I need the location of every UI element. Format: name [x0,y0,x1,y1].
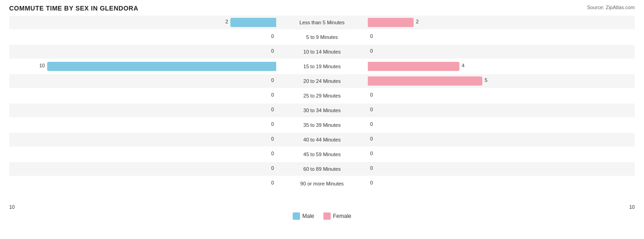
title-row: COMMUTE TIME BY SEX IN GLENDORA Source: … [9,5,635,12]
chart-row: 40 to 44 Minutes00 [9,133,635,147]
chart-row: 10 to 14 Minutes00 [9,45,635,59]
chart-row: 20 to 24 Minutes05 [9,74,635,88]
chart-row: 25 to 29 Minutes00 [9,89,635,103]
row-label: 35 to 39 Minutes [276,122,368,128]
male-value: 0 [271,165,274,171]
male-bar [47,62,276,71]
male-value: 0 [271,48,274,54]
female-value: 0 [370,92,373,98]
chart-row: 45 to 59 Minutes00 [9,147,635,161]
row-label: 40 to 44 Minutes [276,137,368,142]
legend-female: Female [323,212,351,220]
row-label: 60 to 89 Minutes [276,166,368,172]
male-value: 0 [271,92,274,98]
chart-row: 5 to 9 Minutes00 [9,30,635,44]
legend-male: Male [293,212,314,220]
male-value: 0 [271,151,274,156]
female-value: 0 [370,33,373,39]
female-value: 0 [370,165,373,171]
female-value: 0 [370,180,373,185]
male-value: 2 [225,19,228,24]
axis-labels: 10 10 [9,204,635,210]
chart-row: 30 to 34 Minutes00 [9,103,635,117]
source-text: Source: ZipAtlas.com [587,5,635,10]
female-label: Female [333,213,351,219]
row-label: 10 to 14 Minutes [276,49,368,54]
row-label: Less than 5 Minutes [276,20,368,25]
female-value: 2 [416,19,419,24]
male-legend-box [293,212,300,220]
chart-row: 60 to 89 Minutes00 [9,162,635,176]
male-label: Male [302,213,314,219]
female-value: 4 [462,63,464,68]
male-bar [230,18,276,27]
chart-row: 35 to 39 Minutes00 [9,118,635,132]
row-label: 45 to 59 Minutes [276,152,368,157]
male-value: 10 [39,63,45,68]
row-label: 15 to 19 Minutes [276,64,368,69]
female-value: 0 [370,48,373,54]
male-value: 0 [271,136,274,141]
legend: Male Female [9,212,635,220]
male-value: 0 [271,77,274,83]
female-value: 0 [370,136,373,141]
female-legend-box [323,212,331,220]
chart-area: Less than 5 Minutes225 to 9 Minutes0010 … [9,16,635,203]
male-value: 0 [271,180,274,185]
chart-row: Less than 5 Minutes22 [9,16,635,29]
axis-right: 10 [629,204,635,210]
chart-container: COMMUTE TIME BY SEX IN GLENDORA Source: … [0,0,644,239]
female-value: 0 [370,151,373,156]
male-value: 0 [271,33,274,39]
female-value: 0 [370,121,373,127]
female-bar [368,76,482,86]
chart-row: 90 or more Minutes00 [9,177,635,190]
row-label: 25 to 29 Minutes [276,93,368,98]
chart-title: COMMUTE TIME BY SEX IN GLENDORA [9,5,138,12]
row-label: 30 to 34 Minutes [276,108,368,113]
male-value: 0 [271,121,274,127]
row-label: 90 or more Minutes [276,181,368,186]
male-value: 0 [271,107,274,112]
row-label: 5 to 9 Minutes [276,34,368,40]
female-bar [368,18,414,27]
female-value: 5 [485,77,487,83]
axis-left: 10 [9,204,15,210]
row-label: 20 to 24 Minutes [276,78,368,84]
female-value: 0 [370,107,373,112]
chart-row: 15 to 19 Minutes104 [9,60,635,73]
female-bar [368,62,459,71]
